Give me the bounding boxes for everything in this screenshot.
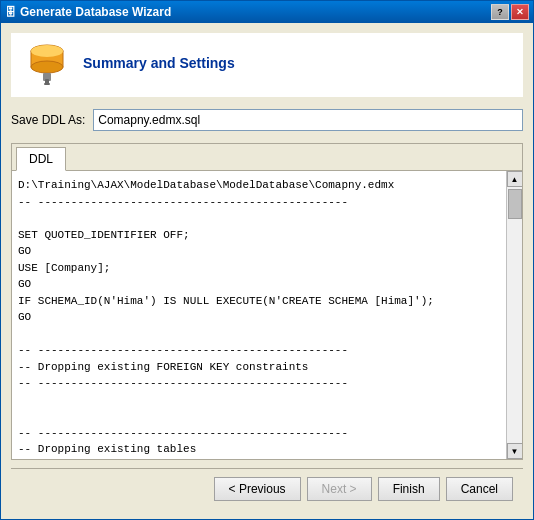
header-inner: Summary and Settings xyxy=(23,39,511,87)
svg-rect-6 xyxy=(44,83,50,85)
tab-bar: DDL xyxy=(12,144,522,171)
next-button[interactable]: Next > xyxy=(307,477,372,501)
window-title: Generate Database Wizard xyxy=(20,5,171,19)
database-icon xyxy=(23,39,71,87)
tab-content-ddl: D:\Training\AJAX\ModelDatabase\ModelData… xyxy=(12,171,522,459)
svg-point-3 xyxy=(31,45,63,57)
header-section: Summary and Settings xyxy=(11,33,523,97)
scrollbar-thumb[interactable] xyxy=(508,189,522,219)
window-title-icon: 🗄 xyxy=(5,6,16,18)
title-bar: 🗄 Generate Database Wizard ? ✕ xyxy=(1,1,533,23)
footer-buttons: < Previous Next > Finish Cancel xyxy=(11,468,523,509)
scroll-up-arrow[interactable]: ▲ xyxy=(507,171,523,187)
main-window: 🗄 Generate Database Wizard ? ✕ xyxy=(0,0,534,520)
close-button[interactable]: ✕ xyxy=(511,4,529,20)
previous-button[interactable]: < Previous xyxy=(214,477,301,501)
header-title: Summary and Settings xyxy=(83,55,235,71)
tab-container: DDL D:\Training\AJAX\ModelDatabase\Model… xyxy=(11,143,523,460)
tab-ddl[interactable]: DDL xyxy=(16,147,66,171)
svg-point-2 xyxy=(31,61,63,73)
scrollbar-track: ▲ ▼ xyxy=(506,171,522,459)
finish-button[interactable]: Finish xyxy=(378,477,440,501)
save-label: Save DDL As: xyxy=(11,113,85,127)
save-row: Save DDL As: xyxy=(11,105,523,135)
dialog-content: Summary and Settings Save DDL As: DDL D:… xyxy=(1,23,533,519)
cancel-button[interactable]: Cancel xyxy=(446,477,513,501)
scroll-down-arrow[interactable]: ▼ xyxy=(507,443,523,459)
title-bar-controls: ? ✕ xyxy=(491,4,529,20)
save-ddl-input[interactable] xyxy=(93,109,523,131)
title-bar-text: 🗄 Generate Database Wizard xyxy=(5,5,171,19)
ddl-code-area[interactable]: D:\Training\AJAX\ModelDatabase\ModelData… xyxy=(12,171,522,459)
help-button[interactable]: ? xyxy=(491,4,509,20)
